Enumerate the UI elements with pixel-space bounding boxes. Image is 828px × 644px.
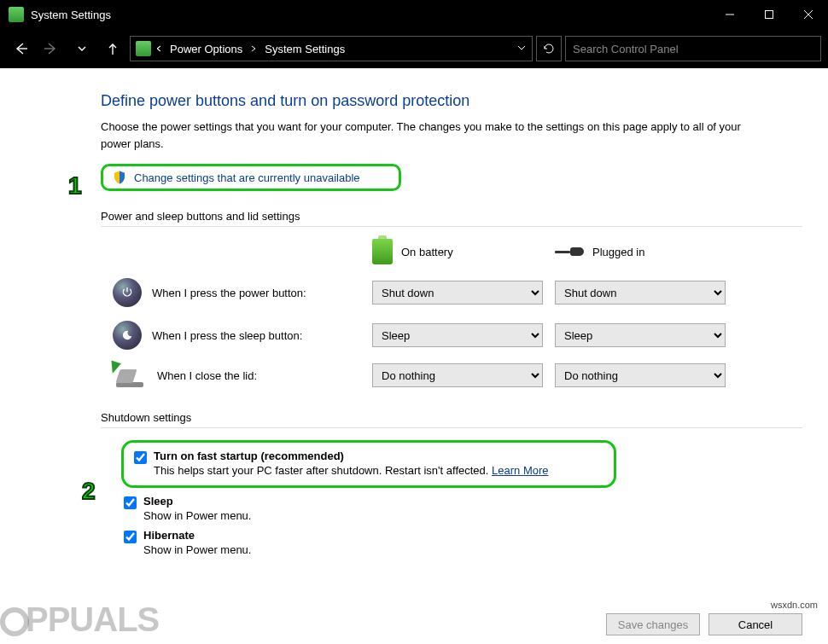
sleep-checkbox[interactable] — [124, 496, 137, 509]
learn-more-link[interactable]: Learn More — [492, 464, 548, 477]
footer-buttons: Save changes Cancel — [606, 613, 802, 635]
back-button[interactable] — [7, 35, 34, 62]
lid-battery-select[interactable]: Do nothing — [372, 363, 543, 387]
chevron-right-icon — [249, 43, 258, 55]
divider — [101, 427, 802, 428]
lid-plugged-select[interactable]: Do nothing — [555, 363, 726, 387]
power-icon — [113, 278, 142, 307]
hibernate-label: Hibernate — [143, 529, 195, 542]
navbar: Power Options System Settings Search Con… — [0, 29, 828, 68]
lid-row: When I close the lid: Do nothing Do noth… — [113, 363, 802, 387]
content-area: Define power buttons and turn on passwor… — [0, 68, 828, 556]
hibernate-checkbox[interactable] — [124, 531, 137, 543]
hibernate-desc: Show in Power menu. — [143, 543, 802, 556]
address-icon — [136, 41, 151, 56]
page-heading: Define power buttons and turn on passwor… — [101, 92, 802, 110]
chevron-left-icon — [155, 43, 163, 55]
recent-dropdown[interactable] — [68, 35, 96, 62]
fast-startup-label: Turn on fast startup (recommended) — [154, 450, 344, 462]
change-settings-text: Change settings that are currently unava… — [134, 171, 360, 184]
svg-rect-1 — [766, 11, 773, 19]
watermark-text: PPUALS — [26, 600, 159, 638]
sleep-icon — [113, 321, 142, 350]
cancel-button[interactable]: Cancel — [708, 613, 802, 635]
power-button-row: When I press the power button: Shut down… — [113, 278, 802, 307]
watermark: PPUALS — [0, 600, 159, 639]
hibernate-option: Hibernate Show in Power menu. — [124, 529, 802, 556]
minimize-button[interactable] — [710, 0, 749, 29]
fast-startup-checkbox[interactable] — [134, 451, 147, 464]
section-title-shutdown: Shutdown settings — [101, 411, 802, 424]
battery-icon — [372, 239, 393, 264]
fast-startup-desc: This helps start your PC faster after sh… — [154, 464, 492, 477]
search-input[interactable]: Search Control Panel — [565, 36, 821, 61]
fast-startup-option: Turn on fast startup (recommended) This … — [121, 440, 616, 488]
shield-icon — [112, 170, 127, 185]
search-placeholder: Search Control Panel — [573, 43, 679, 55]
divider — [101, 226, 802, 227]
sleep-desc: Show in Power menu. — [143, 509, 802, 522]
sleep-option: Sleep Show in Power menu. — [124, 495, 802, 522]
titlebar: System Settings — [0, 0, 828, 29]
power-button-label: When I press the power button: — [152, 287, 306, 299]
credit-text: wsxdn.com — [771, 600, 818, 610]
forward-button[interactable] — [38, 35, 65, 62]
plug-icon — [555, 244, 584, 259]
sleep-plugged-select[interactable]: Sleep — [555, 323, 726, 347]
app-icon — [9, 7, 24, 22]
column-plugged-in: Plugged in — [592, 246, 644, 258]
breadcrumb-system-settings[interactable]: System Settings — [261, 43, 348, 55]
up-button[interactable] — [99, 35, 126, 62]
power-sleep-section: Power and sleep buttons and lid settings… — [101, 210, 802, 387]
address-dropdown[interactable] — [516, 43, 527, 55]
close-button[interactable] — [789, 0, 828, 29]
watermark-badge-icon — [0, 607, 29, 636]
refresh-button[interactable] — [536, 36, 562, 61]
column-on-battery: On battery — [401, 246, 453, 258]
lid-label: When I close the lid: — [157, 369, 257, 382]
sleep-label: Sleep — [143, 495, 173, 508]
annotation-2: 2 — [82, 478, 96, 505]
annotation-1: 1 — [68, 172, 82, 200]
maximize-button[interactable] — [749, 0, 789, 29]
save-button[interactable]: Save changes — [606, 613, 700, 635]
sleep-button-row: When I press the sleep button: Sleep Sle… — [113, 321, 802, 350]
breadcrumb-power-options[interactable]: Power Options — [166, 43, 246, 55]
sleep-button-label: When I press the sleep button: — [152, 329, 302, 342]
lid-icon — [113, 363, 147, 387]
shutdown-section: Shutdown settings Turn on fast startup (… — [101, 411, 802, 556]
window-title: System Settings — [31, 9, 111, 21]
change-settings-link[interactable]: Change settings that are currently unava… — [101, 164, 401, 191]
address-bar[interactable]: Power Options System Settings — [130, 36, 533, 61]
power-battery-select[interactable]: Shut down — [372, 281, 543, 305]
sleep-battery-select[interactable]: Sleep — [372, 323, 543, 347]
page-intro: Choose the power settings that you want … — [101, 119, 767, 152]
power-plugged-select[interactable]: Shut down — [555, 281, 726, 305]
section-title-power-sleep: Power and sleep buttons and lid settings — [101, 210, 802, 223]
